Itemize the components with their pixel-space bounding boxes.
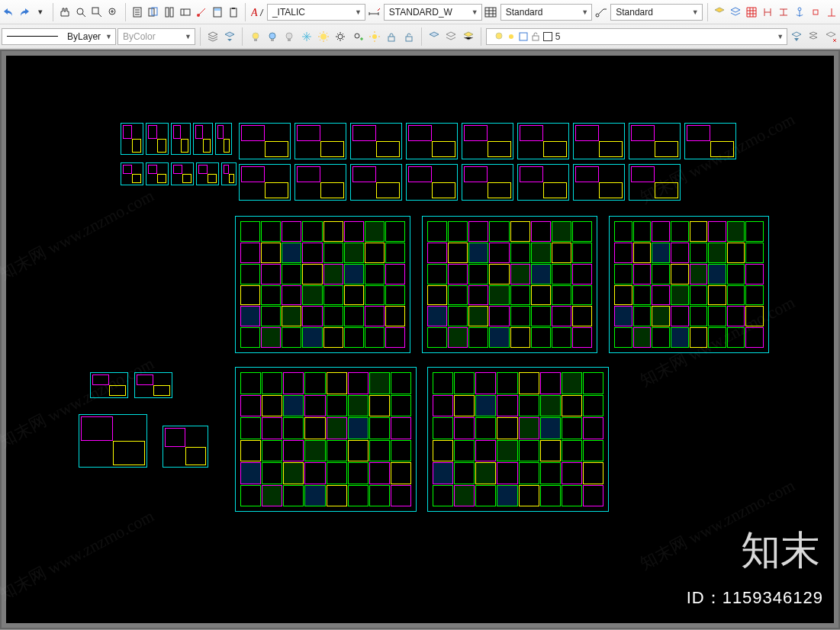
constraint1-icon[interactable] [760, 4, 774, 21]
bulb-on-icon[interactable] [247, 28, 262, 45]
cad-detail [134, 372, 172, 398]
layer-merge-icon[interactable] [806, 28, 821, 45]
sheet-set-icon[interactable] [146, 4, 160, 21]
redo-icon[interactable] [18, 4, 32, 21]
svg-rect-8 [181, 9, 190, 15]
bulb-on-icon [494, 32, 504, 41]
gear-plus-icon[interactable] [349, 28, 365, 45]
cad-detail [406, 123, 458, 159]
layer-isolate-icon[interactable] [713, 4, 727, 21]
layer-walk-icon[interactable] [460, 28, 475, 45]
lineweight-value: ByColor [123, 31, 156, 42]
cad-detail [163, 426, 208, 468]
markup-icon[interactable] [194, 4, 208, 21]
grid-red-icon[interactable] [744, 4, 758, 21]
cad-floorplan [609, 216, 769, 353]
dimstyle-icon [367, 4, 382, 21]
constraint2-icon[interactable] [776, 4, 790, 21]
svg-point-32 [509, 34, 513, 39]
cad-detail [517, 164, 569, 201]
design-center-icon[interactable] [178, 4, 192, 21]
sun-icon[interactable] [367, 28, 382, 45]
linetype-combo[interactable]: ByLayer ▼ [2, 28, 116, 45]
svg-rect-22 [271, 39, 274, 41]
cad-detail [629, 123, 681, 159]
layer-filter-icon[interactable] [789, 28, 804, 45]
cad-detail [121, 123, 143, 155]
watermark-text: 知末网 www.znzmo.com [0, 505, 158, 606]
svg-rect-24 [288, 39, 291, 41]
lineweight-combo[interactable]: ByColor ▼ [117, 28, 195, 45]
chevron-down-icon: ▼ [185, 33, 191, 40]
svg-point-23 [286, 33, 292, 39]
calculator-icon[interactable] [210, 4, 224, 21]
svg-rect-12 [230, 8, 237, 17]
svg-point-27 [355, 34, 359, 38]
dimstyle-combo[interactable]: STANDARD_W ▼ [384, 4, 482, 21]
chevron-down-icon: ▼ [777, 33, 784, 40]
toolbar-area: ▾ A _ITALIC ▼ STANDARD_W ▼ Standard ▼ [0, 0, 840, 50]
chevron-down-icon: ▼ [105, 33, 112, 40]
cad-detail [462, 123, 513, 159]
unlock-layer-icon[interactable] [401, 28, 417, 45]
textstyle-combo[interactable]: _ITALIC ▼ [267, 4, 365, 21]
midpoint-icon[interactable] [824, 4, 838, 21]
make-current-icon[interactable] [426, 28, 442, 45]
cad-detail [146, 162, 169, 185]
layer-name: 5 [555, 31, 561, 42]
cad-detail [90, 372, 128, 398]
bulb-toggle-icon[interactable] [265, 28, 280, 45]
svg-rect-30 [406, 37, 412, 41]
layer-combo[interactable]: 5 ▼ [486, 28, 787, 45]
tool-palette-icon[interactable] [162, 4, 176, 21]
svg-rect-20 [254, 39, 257, 41]
cad-floorplan [427, 367, 609, 512]
zoom-extents-icon[interactable] [74, 4, 89, 21]
anchor-icon[interactable] [792, 4, 806, 21]
layer-states-icon[interactable] [728, 4, 742, 21]
tablestyle-combo[interactable]: Standard ▼ [500, 4, 592, 21]
layer-delete-icon[interactable] [823, 28, 838, 45]
cad-detail [239, 164, 291, 201]
undo-icon[interactable] [2, 4, 16, 21]
viewport-freeze-icon [519, 32, 528, 41]
cad-detail [221, 162, 237, 185]
thaw-icon[interactable] [316, 28, 331, 45]
zoom-window-icon[interactable] [90, 4, 105, 21]
match-layer-icon[interactable] [443, 28, 459, 45]
svg-point-9 [197, 14, 200, 17]
gear-icon[interactable] [333, 28, 348, 45]
tablestyle-value: Standard [506, 7, 543, 18]
cad-canvas[interactable]: 知末网 www.znzmo.com 知末网 www.znzmo.com 知末网 … [6, 56, 834, 623]
cad-floorplan [235, 367, 417, 512]
freeze-icon[interactable] [298, 28, 314, 45]
cad-detail [406, 164, 458, 201]
svg-rect-18 [813, 10, 818, 14]
chevron-down-icon: ▼ [581, 8, 588, 16]
toolbar-row-layers: ByLayer ▼ ByColor ▼ [0, 24, 840, 49]
cad-detail [239, 123, 291, 159]
endpoint-icon[interactable] [808, 4, 822, 21]
pan-icon[interactable] [58, 4, 72, 21]
layer-previous-icon[interactable] [222, 28, 237, 45]
lock-layer-icon[interactable] [384, 28, 399, 45]
chevron-down-icon: ▼ [355, 8, 362, 16]
cad-detail [294, 123, 346, 159]
cad-detail [517, 123, 569, 159]
layer-manager-icon[interactable] [205, 28, 220, 45]
mleaderstyle-combo[interactable]: Standard ▼ [610, 4, 702, 21]
mleaderstyle-value: Standard [616, 7, 653, 18]
svg-rect-7 [170, 8, 173, 17]
zoom-realtime-icon[interactable] [106, 4, 121, 21]
svg-point-25 [320, 34, 327, 40]
properties-icon[interactable] [130, 4, 144, 21]
bulb-off-icon[interactable] [282, 28, 297, 45]
svg-rect-1 [92, 8, 98, 14]
chevron-down-icon[interactable]: ▾ [34, 4, 48, 21]
toolbar-row-styles: ▾ A _ITALIC ▼ STANDARD_W ▼ Standard ▼ [0, 0, 840, 24]
watermark-text: 知末网 www.znzmo.com [0, 185, 158, 285]
lock-open-icon [531, 32, 540, 41]
textstyle-value: _ITALIC [272, 7, 305, 18]
cad-floorplan [235, 216, 410, 353]
paste-icon[interactable] [226, 4, 240, 21]
